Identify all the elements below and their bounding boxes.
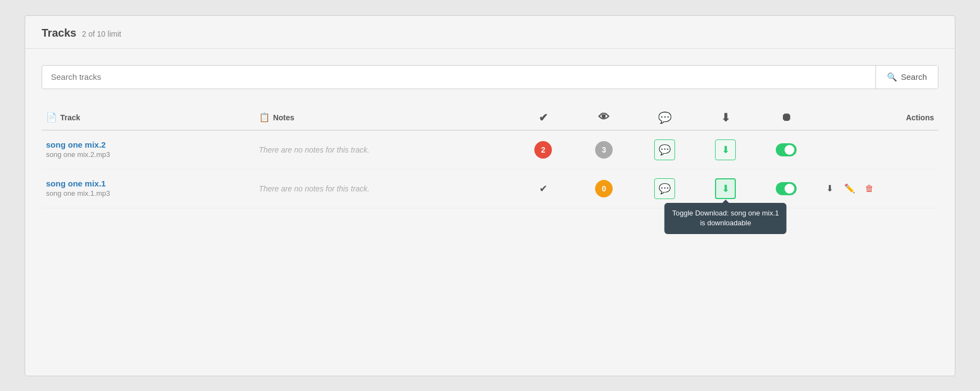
- search-icon: 🔍: [887, 72, 897, 82]
- toggle-switch-2: [776, 182, 797, 195]
- track-file-icon: 📄: [46, 112, 57, 122]
- track-name-link-2[interactable]: song one mix.1: [46, 179, 250, 188]
- delete-button-2[interactable]: 🗑: [861, 180, 878, 197]
- col-header-toggle: ⏺: [756, 106, 817, 130]
- comments-button-2[interactable]: 💬: [654, 178, 675, 199]
- download-cell-1: ⬇: [695, 130, 756, 170]
- views-cell-2: 0: [574, 169, 635, 208]
- toggle-button-2[interactable]: [776, 178, 797, 199]
- download-cell-2: ⬇ Toggle Download: song one mix.1is down…: [695, 169, 756, 208]
- actions-group-2: ⬇ ✏️ 🗑: [821, 180, 934, 197]
- col-header-notes: 📋 Notes: [255, 106, 513, 130]
- col-header-views: 👁: [574, 106, 635, 130]
- check-badge-1: 2: [534, 141, 552, 159]
- notes-text-2: There are no notes for this track.: [259, 184, 370, 193]
- search-input[interactable]: [42, 66, 875, 89]
- track-file-1: song one mix.2.mp3: [46, 150, 110, 159]
- toggle-cell-1: [756, 130, 817, 170]
- header: Tracks 2 of 10 limit: [25, 16, 955, 49]
- actions-cell-1: [817, 130, 938, 170]
- col-header-check: ✔: [513, 106, 574, 130]
- actions-cell-2: ⬇ ✏️ 🗑: [817, 169, 938, 208]
- check-cell-1: 2: [513, 130, 574, 170]
- search-button-label: Search: [901, 72, 927, 81]
- download-action-button-2[interactable]: ⬇: [821, 180, 839, 197]
- col-header-download: ⬇: [695, 106, 756, 130]
- table-header-row: 📄 Track 📋 Notes ✔ 👁 💬 ⬇ ⏺: [42, 106, 938, 130]
- track-cell-1: song one mix.2 song one mix.2.mp3: [42, 130, 255, 170]
- tracks-table: 📄 Track 📋 Notes ✔ 👁 💬 ⬇ ⏺: [42, 106, 938, 208]
- views-badge-1: 3: [595, 141, 613, 159]
- search-button[interactable]: 🔍 Search: [875, 66, 938, 89]
- track-cell-2: song one mix.1 song one mix.1.mp3: [42, 169, 255, 208]
- check-cell-2: ✔: [513, 169, 574, 208]
- views-cell-1: 3: [574, 130, 635, 170]
- col-header-actions: Actions: [817, 106, 938, 130]
- notes-cell-1: There are no notes for this track.: [255, 130, 513, 170]
- tracks-limit: 2 of 10 limit: [82, 30, 122, 38]
- page-title: Tracks: [42, 27, 76, 39]
- edit-button-2[interactable]: ✏️: [841, 180, 858, 197]
- views-badge-2: 0: [595, 180, 613, 197]
- col-header-comments: 💬: [635, 106, 695, 130]
- notes-file-icon: 📋: [259, 112, 270, 122]
- main-container: Tracks 2 of 10 limit 🔍 Search 📄 Track: [25, 15, 955, 376]
- track-name-link-1[interactable]: song one mix.2: [46, 140, 250, 149]
- download-button-1[interactable]: ⬇: [715, 139, 736, 160]
- comments-cell-2: 💬: [635, 169, 695, 208]
- track-file-2: song one mix.1.mp3: [46, 189, 110, 197]
- table-row: song one mix.2 song one mix.2.mp3 There …: [42, 130, 938, 170]
- notes-text-1: There are no notes for this track.: [259, 145, 370, 154]
- comments-cell-1: 💬: [635, 130, 695, 170]
- comments-button-1[interactable]: 💬: [654, 139, 675, 160]
- notes-cell-2: There are no notes for this track.: [255, 169, 513, 208]
- download-tooltip: Toggle Download: song one mix.1is downlo…: [665, 203, 787, 234]
- table-row: song one mix.1 song one mix.1.mp3 There …: [42, 169, 938, 208]
- col-header-track: 📄 Track: [42, 106, 255, 130]
- table-section: 📄 Track 📋 Notes ✔ 👁 💬 ⬇ ⏺: [25, 95, 955, 219]
- search-bar: 🔍 Search: [42, 65, 938, 89]
- toggle-button-1[interactable]: [776, 139, 797, 160]
- toggle-cell-2: [756, 169, 817, 208]
- download-tooltip-wrapper: ⬇ Toggle Download: song one mix.1is down…: [715, 178, 736, 199]
- check-mark-2: ✔: [539, 183, 547, 194]
- search-section: 🔍 Search: [25, 49, 955, 95]
- toggle-switch-1: [776, 143, 797, 156]
- download-button-2[interactable]: ⬇: [715, 178, 736, 199]
